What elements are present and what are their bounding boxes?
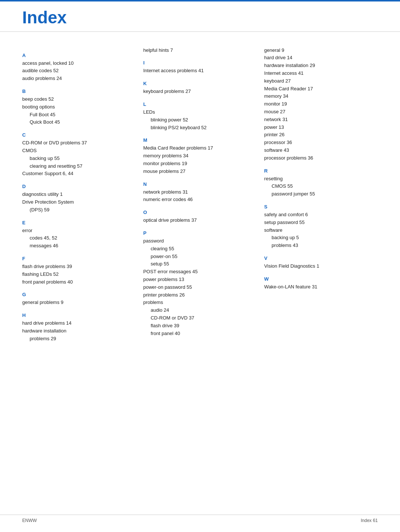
letter-heading: P: [143, 230, 257, 236]
section-block: Eerrorcodes 45, 52messages 46: [22, 220, 136, 250]
index-entry: Full Boot 45: [22, 111, 136, 119]
index-entry: (DPS) 59: [22, 206, 136, 214]
index-entry: clearing and resetting 57: [22, 163, 136, 170]
index-entry: password jumper 55: [264, 190, 378, 198]
index-entry: diagnostics utility 1: [22, 191, 136, 198]
index-entry: CD-ROM or DVD problems 37: [22, 139, 136, 147]
letter-heading: B: [22, 88, 136, 94]
section-block: general 9hard drive 14hardware installat…: [264, 47, 378, 162]
section-block: Ggeneral problems 9: [22, 292, 136, 307]
section-block: Nnetwork problems 31numeric error codes …: [143, 181, 257, 204]
letter-heading: H: [22, 312, 136, 318]
index-entry: Wake-on-LAN feature 31: [264, 283, 378, 291]
letter-heading: F: [22, 256, 136, 261]
section-block: Hhard drive problems 14hardware installa…: [22, 312, 136, 342]
index-entry: monitor problems 19: [143, 160, 257, 168]
index-entry: numeric error codes 46: [143, 196, 257, 204]
letter-heading: W: [264, 276, 378, 282]
index-entry: printer problems 26: [143, 291, 257, 299]
index-entry: problems 43: [264, 242, 378, 250]
index-entry: Quick Boot 45: [22, 118, 136, 126]
index-entry: Media Card Reader 17: [264, 85, 378, 93]
section-block: Ddiagnostics utility 1Drive Protection S…: [22, 184, 136, 214]
index-entry: network problems 31: [143, 188, 257, 196]
index-entry: backing up 5: [264, 234, 378, 242]
index-entry: beep codes 52: [22, 96, 136, 103]
index-entry: Internet access 41: [264, 70, 378, 77]
index-entry: hardware installation: [22, 327, 136, 335]
index-entry: flash drive problems 39: [22, 263, 136, 271]
letter-heading: M: [143, 137, 257, 143]
section-block: MMedia Card Reader problems 17memory pro…: [143, 137, 257, 175]
index-entry: power-on password 55: [143, 284, 257, 291]
index-entry: power problems 13: [143, 276, 257, 284]
index-entry: processor problems 36: [264, 154, 378, 162]
index-entry: audible codes 52: [22, 67, 136, 75]
index-entry: CMOS 55: [264, 183, 378, 190]
index-entry: memory 34: [264, 93, 378, 100]
letter-heading: I: [143, 60, 257, 66]
index-entry: optical drive problems 37: [143, 217, 257, 224]
index-entry: resetting: [264, 175, 378, 183]
section-block: Ssafety and comfort 6setup password 55so…: [264, 204, 378, 250]
index-entry: clearing 55: [143, 245, 257, 253]
index-entry: Vision Field Diagnostics 1: [264, 262, 378, 270]
footer-left: ENWW: [22, 518, 37, 523]
index-entry: hard drive 14: [264, 54, 378, 62]
section-block: VVision Field Diagnostics 1: [264, 255, 378, 270]
page-container: Index Aaccess panel, locked 10audible co…: [0, 0, 400, 532]
index-entry: backing up 55: [22, 155, 136, 163]
index-entry: codes 45, 52: [22, 234, 136, 242]
index-entry: mouse problems 27: [143, 168, 257, 175]
index-entry: messages 46: [22, 242, 136, 250]
index-entry: power-on 55: [143, 253, 257, 261]
index-entry: booting options: [22, 103, 136, 111]
index-entry: problems 29: [22, 335, 136, 343]
section-block: Aaccess panel, locked 10audible codes 52…: [22, 53, 136, 83]
index-entry: software 43: [264, 147, 378, 154]
letter-heading: S: [264, 204, 378, 210]
index-entry: software: [264, 227, 378, 234]
letter-heading: E: [22, 220, 136, 225]
index-entry: keyboard problems 27: [143, 88, 257, 96]
index-entry: audio problems 24: [22, 75, 136, 83]
section-block: Bbeep codes 52booting optionsFull Boot 4…: [22, 88, 136, 126]
letter-heading: L: [143, 101, 257, 107]
letter-heading: N: [143, 181, 257, 187]
letter-heading: D: [22, 184, 136, 189]
index-entry: flashing LEDs 52: [22, 271, 136, 278]
section-block: WWake-on-LAN feature 31: [264, 276, 378, 291]
index-column-3: general 9hard drive 14hardware installat…: [264, 47, 378, 348]
index-entry: general problems 9: [22, 299, 136, 307]
index-entry: processor 36: [264, 139, 378, 147]
footer: ENWW Index 61: [0, 515, 400, 523]
index-entry: monitor 19: [264, 100, 378, 108]
index-entry: mouse 27: [264, 108, 378, 116]
index-entry: keyboard 27: [264, 77, 378, 85]
section-block: Fflash drive problems 39flashing LEDs 52…: [22, 256, 136, 286]
section-block: Kkeyboard problems 27: [143, 81, 257, 96]
index-entry: blinking power 52: [143, 116, 257, 124]
index-entry: printer 26: [264, 131, 378, 139]
index-entry: front panel problems 40: [22, 278, 136, 286]
index-entry: memory problems 34: [143, 152, 257, 160]
index-entry: hardware installation 29: [264, 62, 378, 70]
index-column-1: Aaccess panel, locked 10audible codes 52…: [22, 47, 143, 348]
letter-heading: C: [22, 132, 136, 138]
index-entry: flash drive 39: [143, 322, 257, 330]
index-entry: problems: [143, 299, 257, 307]
page-title: Index: [22, 8, 378, 27]
letter-heading: V: [264, 255, 378, 261]
section-block: CCD-ROM or DVD problems 37CMOSbacking up…: [22, 132, 136, 178]
index-entry: Drive Protection System: [22, 198, 136, 206]
content-area: Aaccess panel, locked 10audible codes 52…: [0, 32, 400, 370]
letter-heading: R: [264, 168, 378, 174]
index-entry: Internet access problems 41: [143, 67, 257, 75]
letter-heading: G: [22, 292, 136, 297]
footer-right: Index 61: [361, 518, 378, 523]
letter-heading: O: [143, 210, 257, 215]
index-entry: POST error messages 45: [143, 268, 257, 276]
index-entry: general 9: [264, 47, 378, 54]
section-block: Ppasswordclearing 55power-on 55setup 55P…: [143, 230, 257, 337]
index-entry: error: [22, 227, 136, 235]
